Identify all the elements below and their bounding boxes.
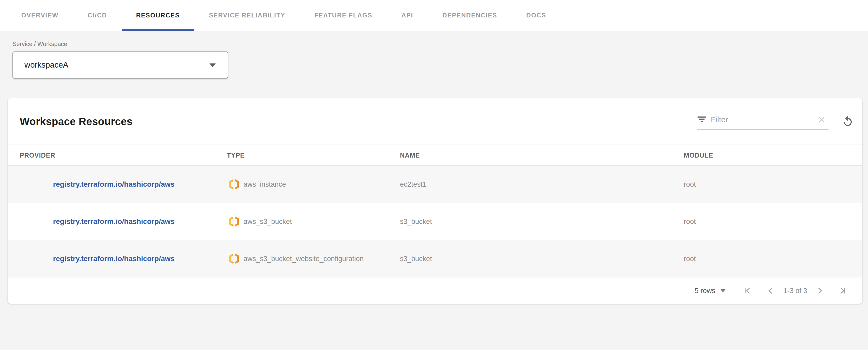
terraform-provider-hexagon-icon: [229, 178, 239, 190]
previous-page-icon[interactable]: [765, 285, 777, 297]
cell-name: s3_bucket: [400, 255, 684, 263]
column-header-type: TYPE: [227, 152, 400, 159]
terraform-provider-hexagon-icon: [229, 215, 239, 228]
cell-type: aws_s3_bucket: [227, 215, 400, 228]
first-page-icon[interactable]: [742, 285, 754, 297]
cell-provider: registry.terraform.io/hashicorp/aws: [8, 217, 227, 226]
cell-provider: registry.terraform.io/hashicorp/aws: [8, 180, 227, 188]
table-row: registry.terraform.io/hashicorp/awsaws_s…: [8, 203, 862, 240]
filter-input[interactable]: [711, 115, 810, 124]
filter-box: [697, 113, 829, 130]
cell-name: s3_bucket: [400, 217, 684, 226]
tab-ci-cd[interactable]: CI/CD: [73, 0, 121, 31]
table-body: registry.terraform.io/hashicorp/awsaws_i…: [8, 166, 862, 278]
clear-filter-icon[interactable]: [815, 113, 829, 126]
column-header-module: MODULE: [684, 152, 862, 159]
workspace-resources-card: Workspace Resources PROVIDERT: [8, 98, 862, 304]
filter-icon: [697, 115, 706, 124]
cell-module: root: [684, 217, 862, 226]
chevron-down-icon: [210, 63, 216, 67]
tab-dependencies[interactable]: DEPENDENCIES: [428, 0, 512, 31]
page-title: Workspace Resources: [20, 116, 132, 127]
tab-service-reliability[interactable]: SERVICE RELIABILITY: [194, 0, 300, 31]
cell-module: root: [684, 255, 862, 263]
cell-type: aws_s3_bucket_website_configuration: [227, 253, 400, 265]
resource-type-label: aws_instance: [244, 180, 286, 188]
refresh-icon[interactable]: [841, 115, 855, 128]
column-header-provider: PROVIDER: [8, 152, 227, 159]
pagination-bar: 5 rows 1-3 of 3: [8, 278, 862, 304]
terraform-provider-hexagon-icon: [229, 253, 239, 265]
cell-name: ec2test1: [400, 180, 684, 188]
resource-type-label: aws_s3_bucket_website_configuration: [244, 255, 364, 263]
tab-api[interactable]: API: [387, 0, 428, 31]
workspace-selector-label: Service / Workspace: [12, 40, 228, 48]
provider-link[interactable]: registry.terraform.io/hashicorp/aws: [53, 217, 175, 226]
tab-docs[interactable]: DOCS: [512, 0, 561, 31]
tab-overview[interactable]: OVERVIEW: [7, 0, 73, 31]
cell-provider: registry.terraform.io/hashicorp/aws: [8, 255, 227, 263]
tab-feature-flags[interactable]: FEATURE FLAGS: [300, 0, 387, 31]
provider-link[interactable]: registry.terraform.io/hashicorp/aws: [53, 255, 175, 263]
cell-type: aws_instance: [227, 178, 400, 190]
card-header: Workspace Resources: [8, 98, 862, 145]
provider-link[interactable]: registry.terraform.io/hashicorp/aws: [53, 180, 175, 188]
resource-type-label: aws_s3_bucket: [244, 217, 292, 226]
cell-module: root: [684, 180, 862, 188]
next-page-icon[interactable]: [814, 285, 826, 297]
tab-resources[interactable]: RESOURCES: [122, 0, 194, 31]
pagination-range-label: 1-3 of 3: [783, 287, 807, 295]
table-row: registry.terraform.io/hashicorp/awsaws_s…: [8, 240, 862, 278]
workspace-selector: Service / Workspace workspaceA: [12, 40, 228, 79]
rows-per-page-select[interactable]: 5 rows: [695, 287, 726, 295]
chevron-down-icon: [720, 289, 725, 292]
tab-bar: OVERVIEWCI/CDRESOURCESSERVICE RELIABILIT…: [0, 0, 868, 31]
table-row: registry.terraform.io/hashicorp/awsaws_i…: [8, 166, 862, 203]
column-header-name: NAME: [400, 152, 684, 159]
workspace-dropdown[interactable]: workspaceA: [12, 52, 228, 79]
last-page-icon[interactable]: [837, 285, 849, 297]
table-header-row: PROVIDERTYPENAMEMODULE: [8, 145, 862, 166]
rows-per-page-value: 5 rows: [695, 287, 715, 295]
workspace-dropdown-value: workspaceA: [24, 60, 68, 70]
